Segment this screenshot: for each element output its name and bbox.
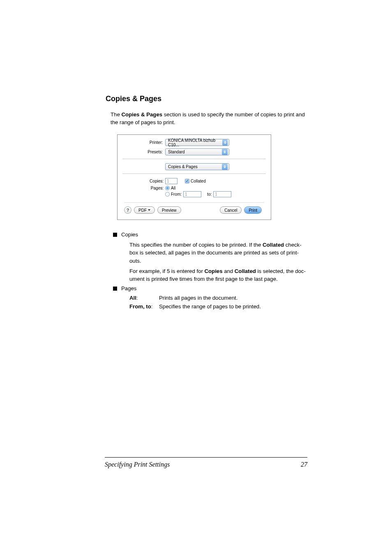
presets-label: Presets:	[124, 150, 165, 154]
fromto-desc: Specifies the range of pages to be print…	[159, 303, 306, 310]
footer-title: Specifying Print Settings	[105, 461, 170, 468]
b: Collated	[263, 242, 284, 248]
divider	[122, 159, 266, 159]
presets-value: Standard	[168, 150, 185, 154]
printer-label: Printer:	[124, 140, 165, 145]
copies-input[interactable]: 1	[165, 178, 178, 184]
collated-checkbox[interactable]: ✓	[185, 179, 189, 183]
copies-example: For example, if 5 is entered for Copies …	[129, 267, 306, 283]
pages-all-radio[interactable]	[165, 186, 170, 190]
all-desc: Prints all pages in the document.	[159, 295, 306, 301]
from-input[interactable]: 1	[183, 191, 201, 197]
panel-select[interactable]: Copies & Pages	[165, 163, 229, 170]
intro-paragraph: The Copies & Pages section is used to sp…	[111, 111, 306, 126]
cancel-button[interactable]: Cancel	[220, 206, 242, 214]
check-icon: ✓	[186, 179, 189, 183]
presets-select[interactable]: Standard	[165, 148, 229, 155]
page-number: 27	[301, 461, 307, 468]
pdf-label: PDF	[138, 208, 147, 213]
copies-description: This specifies the number of copies to b…	[129, 241, 306, 264]
pages-label: Pages:	[145, 186, 164, 190]
b: Collated	[235, 268, 256, 274]
help-button[interactable]: ?	[124, 206, 131, 214]
copies-label: Copies:	[145, 179, 164, 183]
to-input[interactable]: 1	[213, 191, 231, 197]
dropdown-arrows-icon	[222, 139, 228, 146]
pages-from-radio[interactable]	[165, 192, 170, 197]
bullet-copies-title: Copies	[121, 231, 138, 238]
page-footer: Specifying Print Settings 27	[105, 457, 307, 468]
intro-bold: Copies & Pages	[121, 111, 162, 118]
definition-row: All: Prints all pages in the document.	[129, 295, 306, 301]
all-term: All	[129, 295, 136, 301]
print-dialog: Printer: KONICA MINOLTA bizhub C10... Pr…	[117, 134, 271, 220]
printer-select[interactable]: KONICA MINOLTA bizhub C10...	[165, 139, 229, 146]
divider	[124, 202, 264, 203]
t: and	[222, 268, 234, 274]
pdf-button[interactable]: PDF	[134, 206, 155, 214]
divider	[122, 173, 266, 174]
t: This specifies the number of copies to b…	[129, 242, 263, 248]
list-item: Copies	[113, 231, 306, 238]
section-heading: Copies & Pages	[106, 95, 306, 103]
intro-text-1: The	[111, 111, 121, 118]
definition-row: From, to: Specifies the range of pages t…	[129, 303, 306, 310]
bullet-list: Copies This specifies the number of copi…	[113, 231, 306, 310]
preview-button[interactable]: Preview	[157, 206, 181, 214]
print-button[interactable]: Print	[244, 206, 262, 214]
list-item: Pages	[113, 285, 306, 291]
bullet-pages-title: Pages	[121, 285, 136, 291]
square-bullet-icon	[113, 233, 117, 237]
panel-value: Copies & Pages	[168, 164, 198, 169]
from-label: From:	[171, 192, 182, 197]
to-label: to:	[207, 192, 212, 197]
pages-all-label: All	[171, 186, 175, 190]
square-bullet-icon	[113, 287, 117, 291]
t: For example, if 5 is entered for	[129, 268, 205, 274]
chevron-down-icon	[148, 209, 150, 211]
dropdown-arrows-icon	[222, 149, 228, 155]
b: Copies	[205, 268, 223, 274]
collated-label: Collated	[191, 179, 206, 183]
fromto-term: From, to	[129, 303, 151, 310]
printer-value: KONICA MINOLTA bizhub C10...	[168, 138, 222, 147]
dropdown-arrows-icon	[222, 164, 228, 170]
